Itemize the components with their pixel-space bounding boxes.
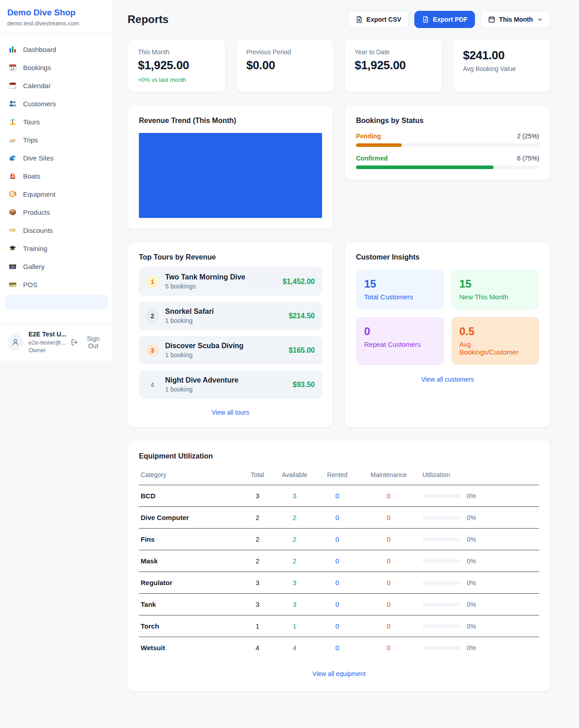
user-panel: E2E Test U... e2e-tester@... Owner Sign … (0, 324, 113, 361)
bookings-by-status-title: Bookings by Status (356, 117, 539, 125)
cell-rented: 0 (318, 594, 356, 615)
sidebar-item-dive-sites[interactable]: Dive Sites (4, 149, 109, 167)
rank-badge: 3 (146, 344, 159, 357)
camera-icon (8, 262, 17, 271)
col-rented: Rented (318, 467, 356, 485)
cell-rented: 0 (318, 615, 356, 637)
table-row: Wetsuit 4 4 0 0 0% (139, 637, 539, 659)
sidebar-nav: Dashboard 17 Bookings Calendar Customers… (0, 34, 113, 324)
sidebar-item-gallery[interactable]: Gallery (4, 257, 109, 275)
col-available: Available (271, 467, 318, 485)
sidebar-item-label: Discounts (23, 227, 53, 234)
cell-maintenance: 0 (356, 637, 421, 659)
stat-label: Year to Date (355, 48, 432, 56)
page-title: Reports (128, 13, 169, 26)
sidebar-item-label: Trips (23, 136, 38, 144)
cell-maintenance: 0 (356, 572, 421, 594)
svg-text:17: 17 (11, 67, 14, 71)
person-icon (11, 338, 19, 346)
cell-category: Mask (139, 550, 244, 572)
insight-tiles: 15 Total Customers 15 New This Month 0 R… (356, 269, 539, 365)
cell-category: Wetsuit (139, 637, 244, 659)
status-row-confirmed: Confirmed 6 (75%) (356, 155, 539, 169)
sign-out-button[interactable]: Sign Out (71, 335, 105, 350)
cell-total: 2 (244, 507, 271, 529)
status-value: 6 (75%) (517, 155, 539, 162)
cell-category: BCD (139, 485, 244, 507)
sidebar-item-label: Equipment (23, 190, 56, 198)
cell-total: 1 (244, 615, 271, 637)
sidebar-item-boats[interactable]: Boats (4, 167, 109, 185)
cell-available: 3 (271, 572, 318, 594)
sidebar-item-label: Bookings (23, 64, 51, 71)
cell-total: 3 (244, 572, 271, 594)
cell-category: Fins (139, 529, 244, 550)
speedboat-icon (8, 135, 17, 144)
export-pdf-label: Export PDF (433, 16, 467, 23)
tear-off-calendar-icon (8, 81, 17, 90)
shop-domain: demo.test.divestreams.com (7, 20, 105, 27)
charts-row: Revenue Trend (This Month) Bookings by S… (128, 105, 551, 229)
tour-row: 2 Snorkel Safari 1 booking $214.50 (139, 302, 322, 330)
cell-maintenance: 0 (356, 529, 421, 550)
sidebar-item-active-partial[interactable] (5, 294, 108, 310)
col-maintenance: Maintenance (356, 467, 421, 485)
tile-total-customers: 15 Total Customers (356, 269, 444, 310)
sidebar-item-trips[interactable]: Trips (4, 131, 109, 149)
progress-fill-pending (356, 143, 402, 147)
sidebar-item-tours[interactable]: Tours (4, 113, 109, 131)
view-all-equipment-link[interactable]: View all equipment (139, 670, 539, 677)
tile-value: 15 (460, 278, 532, 290)
sign-out-icon (71, 339, 78, 346)
sidebar: Demo Dive Shop demo.test.divestreams.com… (0, 0, 113, 361)
utilization-pct: 0% (467, 601, 476, 608)
sidebar-item-bookings[interactable]: 17 Bookings (4, 58, 109, 76)
cell-category: Dive Computer (139, 507, 244, 529)
progress-track (356, 143, 539, 147)
island-icon (8, 117, 17, 126)
stat-delta: +0% vs last month (138, 76, 215, 83)
sidebar-item-training[interactable]: Training (4, 239, 109, 257)
tour-amount: $214.50 (289, 312, 315, 320)
status-label: Confirmed (356, 155, 388, 162)
avatar (7, 334, 24, 350)
shop-header: Demo Dive Shop demo.test.divestreams.com (0, 0, 113, 34)
export-csv-button[interactable]: Export CSV (348, 11, 409, 28)
cell-maintenance: 0 (356, 550, 421, 572)
sidebar-item-pos[interactable]: POS (4, 275, 109, 293)
tile-label: Total Customers (364, 293, 436, 301)
sidebar-item-calendar[interactable]: Calendar (4, 76, 109, 95)
table-row: Fins 2 2 0 0 0% (139, 529, 539, 550)
main-content: Reports Export CSV Export PDF This Month… (113, 0, 579, 709)
utilization-pct: 0% (467, 623, 476, 630)
export-pdf-button[interactable]: Export PDF (414, 11, 475, 28)
table-row: Tank 3 3 0 0 0% (139, 594, 539, 615)
view-all-tours-link[interactable]: View all tours (139, 409, 322, 416)
sidebar-item-discounts[interactable]: Discounts (4, 221, 109, 239)
sidebar-item-equipment[interactable]: Equipment (4, 185, 109, 203)
cell-total: 4 (244, 637, 271, 659)
bookings-by-status-card: Bookings by Status Pending 2 (25%) Confi… (345, 105, 551, 180)
sidebar-item-dashboard[interactable]: Dashboard (4, 40, 109, 58)
cell-available: 2 (271, 550, 318, 572)
period-dropdown[interactable]: This Month (480, 11, 551, 28)
top-tours-card: Top Tours by Revenue 1 Two Tank Morning … (128, 242, 333, 427)
sidebar-item-products[interactable]: Products (4, 203, 109, 221)
rank-badge: 2 (146, 310, 159, 322)
table-row: Dive Computer 2 2 0 0 0% (139, 507, 539, 529)
tour-row: 1 Two Tank Morning Dive 5 bookings $1,45… (139, 267, 322, 296)
stat-value: $241.00 (463, 48, 541, 62)
cell-available: 1 (271, 615, 318, 637)
revenue-trend-chart (139, 133, 322, 218)
col-category: Category (139, 467, 244, 485)
cell-category: Torch (139, 615, 244, 637)
sidebar-item-customers[interactable]: Customers (4, 95, 109, 113)
cell-rented: 0 (318, 507, 356, 529)
utilization-track (422, 494, 461, 498)
utilization-pct: 0% (467, 536, 476, 543)
utilization-track (422, 646, 461, 650)
stat-card-this-month: This Month $1,925.00 +0% vs last month (128, 39, 226, 92)
tile-label: Avg Bookings/Customer (460, 340, 532, 356)
view-all-customers-link[interactable]: View all customers (356, 376, 539, 383)
table-row: Regulator 3 3 0 0 0% (139, 572, 539, 594)
